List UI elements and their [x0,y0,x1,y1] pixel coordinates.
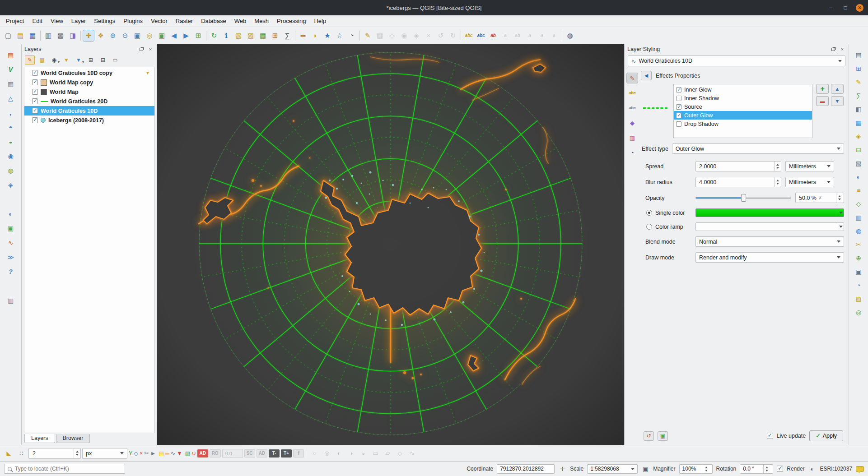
unit-combobox[interactable]: px [82,448,127,459]
lock-scale-icon[interactable]: ▣ [641,465,649,473]
dock-toolbar-icon[interactable]: ▧ [853,158,864,168]
redo-icon[interactable]: ↻ [447,30,459,42]
circle-2points-icon[interactable]: ○ [309,448,320,459]
menu-help[interactable]: Help [310,15,330,27]
add-feature-icon[interactable]: ◉ [398,30,410,42]
tools-plus-badge[interactable]: T+ [281,449,292,458]
layer-visibility-checkbox[interactable] [32,108,38,114]
angle-input[interactable]: 0.0 [222,449,243,458]
snap-common-angle-badge[interactable]: SC [244,449,255,458]
dock-toolbar-icon[interactable]: ▦ [853,117,864,128]
effect-row[interactable]: Inner Glow [674,85,812,94]
spin-arrows-icon[interactable] [763,465,770,473]
effect-row[interactable]: Drop Shadow [674,120,812,128]
filter-legend-icon[interactable]: ▼ [61,55,71,65]
extents-toggle-icon[interactable]: ✛ [558,465,566,473]
dock-toolbar-icon[interactable]: ◐ [853,171,864,182]
color-dropdown-arrow[interactable] [838,209,844,217]
remove-layer-icon[interactable]: ▭ [110,55,120,65]
add-wms-layer-icon[interactable]: ◉ [5,151,16,161]
refresh-map-icon[interactable]: ↻ [208,30,220,42]
dock-toolbar-icon[interactable]: ⊞ [853,63,864,74]
open-layer-styling-icon[interactable]: ✎ [25,55,35,65]
add-wfs-layer-icon[interactable]: ◍ [5,165,16,176]
select-features-icon[interactable]: ▧ [233,30,244,42]
blur-radius-spinbox[interactable]: 4.0000 [695,177,781,187]
single-color-radio[interactable] [646,210,652,216]
move-effect-down-button[interactable]: ▼ [831,96,844,106]
effect-row[interactable]: Outer Glow [674,111,812,120]
locate-search[interactable] [4,464,125,474]
menu-mesh[interactable]: Mesh [250,15,273,27]
dock-toolbar-icon[interactable]: ▤ [853,50,864,60]
effect-checkbox[interactable] [676,104,681,110]
profile-tool-icon[interactable]: ∿ [5,237,16,248]
color-ramp-radio[interactable] [646,224,652,230]
perpendicular-badge[interactable]: RO [210,449,221,458]
dock-toolbar-icon[interactable]: ▣ [853,266,864,277]
add-group-icon[interactable]: ▤ [37,55,47,65]
stream-digitizing-icon[interactable]: ∿ [406,448,418,459]
layer-visibility-checkbox[interactable] [32,98,38,104]
map-tips-icon[interactable]: ◗ [309,30,321,42]
field-calculator-icon[interactable]: ⊞ [269,30,281,42]
zoom-next-icon[interactable]: ▶ [180,30,192,42]
show-bookmarks-icon[interactable]: ☆ [334,30,345,42]
styling-layer-selector[interactable]: ∿ World Graticules 10D [628,55,845,66]
add-delimited-text-layer-icon[interactable]: , [5,107,16,118]
menu-view[interactable]: View [47,15,67,27]
panel-close-button[interactable]: × [147,46,154,52]
minimize-button[interactable]: – [827,4,835,12]
undo-icon[interactable]: ↺ [435,30,447,42]
floater-badge[interactable]: f [293,449,304,458]
dock-toolbar-icon[interactable]: ◈ [853,131,864,141]
menu-layer[interactable]: Layer [67,15,90,27]
messages-icon[interactable] [856,466,864,472]
panel-float-button[interactable] [830,46,837,52]
help-icon[interactable]: ? [5,266,16,277]
live-update-checkbox[interactable] [767,433,773,439]
dock-toolbar-icon[interactable]: ◔ [853,280,864,290]
construction-mode-icon[interactable]: ∷ [16,448,27,459]
menu-processing[interactable]: Processing [273,15,310,27]
temporal-controller-icon[interactable]: ◔ [346,30,358,42]
tools-minus-badge[interactable]: T- [269,449,280,458]
tab-browser[interactable]: Browser [56,434,90,443]
layer-labeling-icon[interactable]: abc [463,30,475,42]
close-button[interactable]: × [856,4,863,12]
save-layer-edits-icon[interactable]: ▦ [374,30,386,42]
highlight-pinned-labels-icon[interactable]: ab [487,30,499,42]
move-feature-icon[interactable]: ► [150,450,156,457]
dock-toolbar-icon[interactable]: ◍ [853,226,864,236]
opacity-slider[interactable] [695,193,791,203]
layer-visibility-checkbox[interactable] [32,70,38,76]
spin-arrows-icon[interactable] [774,177,781,187]
snapping-icon[interactable]: ∪ [191,450,196,457]
menu-project[interactable]: Project [2,15,28,27]
layer-row-world-map[interactable]: World Map ▼ [24,87,154,97]
layer-diagram-icon[interactable]: abc [475,30,487,42]
blend-mode-combobox[interactable]: Normal [695,236,844,247]
pan-to-selection-icon[interactable]: ❖ [95,30,107,42]
spread-spinbox[interactable]: 2.0000 [695,161,781,171]
zoom-full-extent-icon[interactable]: ▣ [131,30,143,42]
remove-effect-button[interactable]: ▬ [816,96,829,106]
collapse-all-icon[interactable]: ⊟ [98,55,108,65]
add-print-layout-icon[interactable]: ▥ [5,295,16,305]
filter-by-expression-icon[interactable]: ▼ [74,55,84,65]
save-project-icon[interactable]: ▦ [27,30,38,42]
masks-tab[interactable]: abc [626,102,638,113]
advanced-digitizing-tools-icon[interactable]: Y [129,450,132,457]
spin-arrows-icon[interactable] [836,193,843,203]
measure-icon[interactable]: ═ [165,450,169,457]
ramp-dropdown-arrow[interactable] [838,223,844,231]
layout-manager-icon[interactable]: ▩ [55,30,66,42]
rotate-label-icon[interactable]: a [536,30,548,42]
dock-toolbar-icon[interactable]: ◇ [853,199,864,209]
manage-map-themes-icon[interactable]: ◉ [49,55,59,65]
panel-float-button[interactable] [138,46,145,52]
effect-type-combobox[interactable]: Outer Glow [672,143,844,154]
dock-toolbar-icon[interactable]: ✂ [853,239,864,250]
crs-icon[interactable]: ◐ [808,465,817,473]
annotation-icon[interactable]: ▤ [159,450,164,457]
